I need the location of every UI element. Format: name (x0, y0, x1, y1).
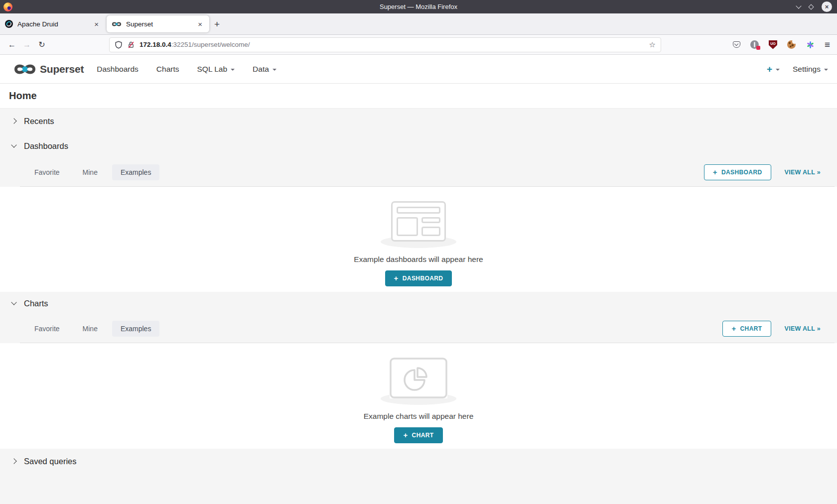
dashboards-submenu: Favorite Mine Examples + DASHBOARD VIEW … (0, 158, 837, 187)
plus-icon: + (403, 431, 408, 439)
view-all-charts-link[interactable]: VIEW ALL » (785, 325, 821, 332)
plus-icon: + (767, 64, 772, 74)
tab-mine[interactable]: Mine (74, 321, 106, 337)
browser-tab-superset[interactable]: Superset × (107, 15, 209, 32)
new-tab-button[interactable]: + (209, 18, 225, 30)
charts-empty-panel: Example charts will appear here + CHART (0, 343, 837, 449)
back-icon[interactable]: ← (4, 41, 19, 49)
page-title: Home (0, 90, 37, 102)
chart-empty-state-icon (390, 358, 447, 398)
tab-title: Apache Druid (17, 20, 92, 28)
url-path: :32251/superset/welcome/ (171, 41, 250, 48)
dashboard-empty-state-icon (391, 201, 446, 242)
nav-item-dashboards[interactable]: Dashboards (97, 65, 139, 74)
plus-icon: + (713, 168, 717, 176)
dashboards-empty-panel: Example dashboards will appear here + DA… (0, 187, 837, 292)
nav-item-data[interactable]: Data (253, 65, 277, 74)
tab-examples[interactable]: Examples (112, 321, 159, 337)
plus-icon: + (731, 325, 736, 332)
extension-icon[interactable] (750, 40, 759, 49)
charts-submenu: Favorite Mine Examples + CHART VIEW ALL … (0, 315, 837, 343)
nav-item-sql-lab[interactable]: SQL Lab (197, 65, 235, 74)
section-saved-queries[interactable]: Saved queries (0, 449, 837, 474)
ublock-origin-icon[interactable]: UO (769, 40, 777, 49)
section-charts[interactable]: Charts (0, 292, 837, 315)
chevron-right-icon (11, 118, 16, 124)
divider (20, 343, 835, 343)
bookmark-star-icon[interactable]: ☆ (649, 40, 656, 49)
new-item-plus-button[interactable]: + (767, 64, 780, 74)
page-header: Home (0, 84, 837, 109)
section-dashboards[interactable]: Dashboards (0, 133, 837, 158)
chevron-down-icon (11, 299, 16, 305)
chevron-down-icon (776, 69, 780, 71)
shield-icon[interactable] (115, 41, 123, 49)
chevron-down-icon (824, 69, 828, 71)
tab-title: Superset (126, 20, 196, 28)
tab-examples[interactable]: Examples (112, 164, 159, 180)
menu-hamburger-icon[interactable]: ≡ (825, 40, 830, 49)
nav-item-charts[interactable]: Charts (156, 65, 179, 74)
window-close-button[interactable]: × (822, 1, 832, 12)
url-domain: 172.18.0.4 (140, 41, 171, 48)
superset-infinity-icon (14, 63, 36, 75)
chevron-down-icon (231, 69, 235, 71)
reload-icon[interactable]: ↻ (34, 41, 49, 49)
divider (20, 186, 835, 187)
superset-favicon (112, 21, 122, 27)
section-label: Charts (24, 299, 48, 308)
view-all-dashboards-link[interactable]: VIEW ALL » (785, 169, 821, 176)
add-chart-button[interactable]: + CHART (722, 321, 771, 337)
browser-tab-strip: Apache Druid × Superset × + (0, 13, 837, 35)
section-label: Recents (24, 117, 54, 126)
empty-state-text: Example dashboards will appear here (354, 255, 483, 264)
chevron-down-icon (11, 142, 16, 147)
forward-icon[interactable]: → (19, 41, 34, 49)
plus-icon: + (394, 274, 399, 282)
window-minimize-icon[interactable] (796, 3, 801, 8)
add-chart-cta-button[interactable]: + CHART (394, 427, 442, 443)
cookie-extension-icon[interactable] (787, 40, 796, 49)
tab-close-icon[interactable]: × (196, 20, 204, 28)
superset-navbar: Superset Dashboards Charts SQL Lab Data … (0, 55, 837, 84)
section-recents[interactable]: Recents (0, 109, 837, 133)
url-text: 172.18.0.4:32251/superset/welcome/ (140, 41, 649, 48)
chevron-down-icon (273, 69, 277, 71)
chevron-right-icon (11, 458, 16, 464)
insecure-lock-icon[interactable] (127, 41, 135, 49)
brand-name: Superset (40, 63, 84, 75)
window-titlebar: Superset — Mozilla Firefox × (0, 0, 837, 13)
window-maximize-icon[interactable] (808, 4, 814, 9)
add-dashboard-cta-button[interactable]: + DASHBOARD (385, 270, 452, 286)
empty-state-text: Example charts will appear here (364, 412, 474, 421)
close-icon: × (825, 3, 829, 10)
tab-mine[interactable]: Mine (74, 164, 106, 180)
superset-logo[interactable]: Superset (14, 63, 84, 75)
tab-close-icon[interactable]: × (92, 20, 101, 28)
browser-tab-apache-druid[interactable]: Apache Druid × (0, 13, 106, 34)
colorful-asterisk-extension-icon[interactable] (806, 40, 815, 49)
add-dashboard-button[interactable]: + DASHBOARD (704, 164, 771, 180)
section-label: Dashboards (24, 141, 68, 151)
section-label: Saved queries (24, 457, 77, 466)
url-bar[interactable]: 172.18.0.4:32251/superset/welcome/ ☆ (109, 37, 661, 52)
window-title: Superset — Mozilla Firefox (0, 3, 837, 10)
pocket-icon[interactable] (733, 41, 740, 48)
tab-favorite[interactable]: Favorite (26, 164, 68, 180)
apache-druid-favicon (5, 20, 13, 28)
browser-toolbar: ← → ↻ 172.18.0.4:32251/superset/welcome/… (0, 35, 837, 55)
settings-menu[interactable]: Settings (793, 65, 828, 74)
tab-favorite[interactable]: Favorite (26, 321, 68, 337)
